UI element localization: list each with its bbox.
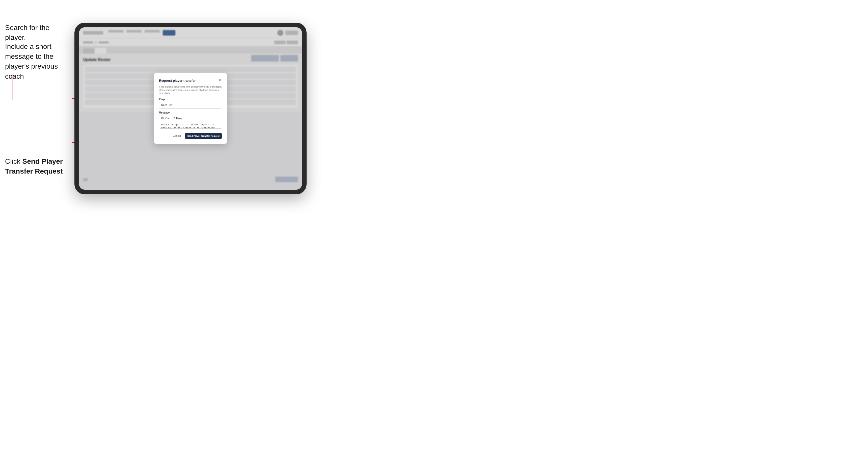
message-label: Message	[159, 111, 222, 114]
dialog-description: If the player is transferring from anoth…	[159, 85, 222, 95]
tablet-screen: Update Roster	[79, 27, 302, 190]
cancel-button[interactable]: Cancel	[171, 133, 183, 138]
message-textarea[interactable]: Hi Coach McHarg, Please accept this tran…	[159, 115, 222, 129]
annotation-click: Click Send Player Transfer Request	[5, 156, 71, 176]
player-input[interactable]	[159, 102, 222, 109]
dialog-header: Request player transfer ✕	[159, 78, 222, 83]
close-icon[interactable]: ✕	[217, 78, 222, 83]
dialog-box: Request player transfer ✕ If the player …	[154, 73, 227, 144]
annotation-search: Search for the player.	[5, 23, 71, 42]
dialog-footer: Cancel Send Player Transfer Request	[159, 133, 222, 139]
player-label: Player	[159, 98, 222, 101]
dialog-title: Request player transfer	[159, 79, 195, 83]
send-transfer-button[interactable]: Send Player Transfer Request	[185, 133, 222, 139]
dialog-overlay: Request player transfer ✕ If the player …	[79, 27, 302, 190]
tablet-device: Update Roster	[74, 23, 307, 194]
annotation-message: Include a short message to the player's …	[5, 42, 71, 81]
